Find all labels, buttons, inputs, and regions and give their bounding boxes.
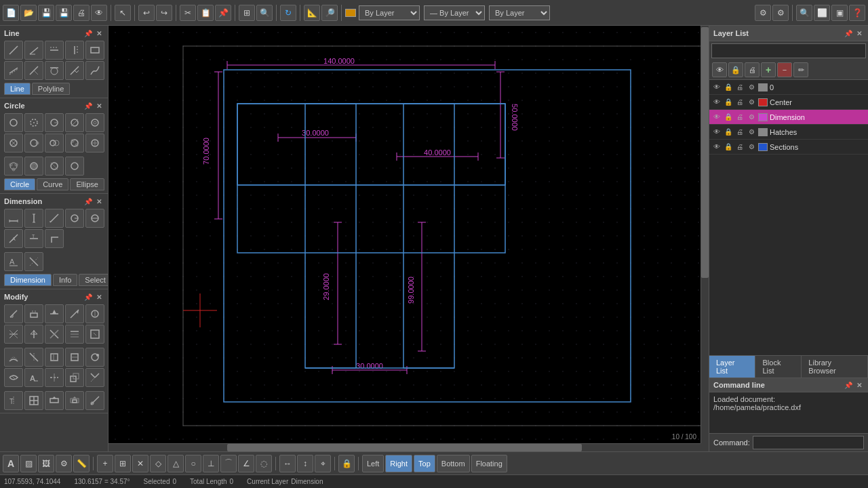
- dim-tool-8[interactable]: [45, 229, 64, 248]
- line-weight-dropdown[interactable]: By Layer: [489, 5, 550, 20]
- snap-center-button[interactable]: ○: [185, 455, 201, 472]
- layer-center-lock-icon[interactable]: 🔒: [724, 98, 733, 107]
- mod-tool-16[interactable]: [4, 368, 23, 387]
- snap-grid-button[interactable]: ⊞: [115, 455, 131, 472]
- dim-tool-4[interactable]: [65, 209, 84, 228]
- mod-tool-9[interactable]: [65, 325, 84, 344]
- snap-top-button[interactable]: Top: [414, 455, 435, 472]
- mod-tool-12[interactable]: [24, 348, 43, 367]
- layer-sect-settings-icon[interactable]: ⚙: [747, 142, 756, 152]
- undo-button[interactable]: ↩: [138, 5, 155, 21]
- line-tool-6[interactable]: [4, 61, 23, 80]
- line-tool-1[interactable]: [4, 41, 23, 60]
- mod-tool-8[interactable]: [45, 325, 64, 344]
- more-button[interactable]: ⚙: [772, 5, 789, 21]
- command-input-field[interactable]: [753, 436, 864, 449]
- mod-tool-3[interactable]: [45, 304, 64, 323]
- circle-tool-7[interactable]: [24, 134, 43, 152]
- tab-info[interactable]: Info: [53, 274, 77, 286]
- save-as-button[interactable]: 💾: [56, 5, 72, 21]
- tab-select[interactable]: Select: [79, 274, 108, 286]
- circle-tool-2[interactable]: [24, 113, 43, 132]
- line-section-pin[interactable]: 📌: [83, 28, 93, 38]
- layer-center-eye-icon[interactable]: 👁: [712, 98, 722, 107]
- mod-tool-1[interactable]: [4, 304, 23, 323]
- settings-button[interactable]: ⚙: [755, 5, 771, 21]
- tab-circle[interactable]: Circle: [4, 178, 35, 190]
- dim-tool-7[interactable]: T: [24, 229, 43, 248]
- line-tool-10[interactable]: [85, 61, 104, 80]
- line-tool-5[interactable]: [85, 41, 104, 60]
- mod-tool-15[interactable]: [85, 348, 104, 367]
- dim-tool-10[interactable]: [24, 252, 43, 271]
- layer-list-pin[interactable]: 📌: [844, 28, 853, 38]
- modify-section-pin[interactable]: 📌: [83, 292, 93, 302]
- snap-bottom-button[interactable]: Bottom: [437, 455, 470, 472]
- line-section-close[interactable]: ✕: [94, 28, 104, 38]
- circle-section-close[interactable]: ✕: [94, 101, 104, 110]
- mod-tool-2[interactable]: [24, 304, 43, 323]
- layer-hatch-settings-icon[interactable]: ⚙: [747, 127, 756, 137]
- tab-line[interactable]: Line: [4, 83, 31, 95]
- circle-tool-10[interactable]: [85, 134, 104, 152]
- dim-tool-3[interactable]: [45, 209, 64, 228]
- measure-button[interactable]: 📐: [304, 5, 320, 21]
- restrict-horizontal-button[interactable]: ↔: [279, 455, 296, 472]
- dimension-section-close[interactable]: ✕: [94, 197, 104, 206]
- layer-dim-eye-icon[interactable]: 👁: [712, 113, 722, 122]
- line-tool-9[interactable]: [65, 61, 84, 80]
- mod-tool-21[interactable]: T: [4, 391, 23, 410]
- layer-dim-lock-icon[interactable]: 🔒: [724, 113, 733, 122]
- layer-dim-settings-icon[interactable]: ⚙: [747, 113, 756, 122]
- open-file-button[interactable]: 📂: [20, 5, 37, 21]
- layer-0-settings-icon[interactable]: ⚙: [747, 83, 756, 92]
- horizontal-scrollbar[interactable]: [108, 443, 701, 451]
- lock-button[interactable]: 🔒: [338, 455, 355, 472]
- mod-tool-22[interactable]: [24, 391, 43, 410]
- new-file-button[interactable]: 📄: [3, 5, 19, 21]
- layer-add-button[interactable]: +: [761, 62, 776, 77]
- print-button[interactable]: 🖨: [73, 5, 90, 21]
- mod-tool-4[interactable]: [65, 304, 84, 323]
- layer-hatch-eye-icon[interactable]: 👁: [712, 127, 722, 137]
- mod-tool-6[interactable]: [4, 325, 23, 344]
- mod-tool-7[interactable]: [24, 325, 43, 344]
- command-pin-icon[interactable]: 📌: [844, 380, 853, 390]
- layer-print-button[interactable]: 🖨: [745, 62, 760, 77]
- layer-sect-eye-icon[interactable]: 👁: [712, 142, 722, 152]
- hatch-button[interactable]: ▨: [20, 455, 37, 472]
- layer-delete-button[interactable]: −: [777, 62, 792, 77]
- circle-tool-8[interactable]: [45, 134, 64, 152]
- paste-button[interactable]: 📌: [215, 5, 231, 21]
- layer-row-center[interactable]: 👁 🔒 🖨 ⚙ Center: [709, 95, 868, 110]
- circle-tool-1[interactable]: [4, 113, 23, 132]
- circle-tool-9[interactable]: [65, 134, 84, 152]
- text-tool-button[interactable]: A: [3, 455, 19, 472]
- snap-angle-button[interactable]: ∠: [238, 455, 254, 472]
- tab-layer-list[interactable]: Layer List: [709, 356, 755, 378]
- snap-end-button[interactable]: ◇: [150, 455, 166, 472]
- tab-block-list[interactable]: Block List: [755, 356, 802, 378]
- dimension-section-pin[interactable]: 📌: [83, 197, 93, 206]
- vertical-scrollbar[interactable]: [701, 26, 709, 443]
- line-tool-3[interactable]: [45, 41, 64, 60]
- mod-tool-13[interactable]: [45, 348, 64, 367]
- redo-button[interactable]: ↪: [156, 5, 172, 21]
- zoom-selection-button[interactable]: 🔎: [321, 5, 338, 21]
- mod-tool-11[interactable]: [4, 348, 23, 367]
- snap-floating-button[interactable]: Floating: [471, 455, 507, 472]
- layer-0-print-icon[interactable]: 🖨: [735, 83, 745, 92]
- circle-section-pin[interactable]: 📌: [83, 101, 93, 110]
- zoom-button[interactable]: 🔍: [256, 5, 273, 21]
- tab-ellipse[interactable]: Ellipse: [70, 178, 104, 190]
- dim-tool-6[interactable]: A: [4, 229, 23, 248]
- line-tool-7[interactable]: [24, 61, 43, 80]
- mod-tool-17[interactable]: A: [24, 368, 43, 387]
- layer-edit-button[interactable]: ✏: [793, 62, 808, 77]
- circle-tool-5[interactable]: [85, 113, 104, 132]
- snap-midpoint-button[interactable]: △: [167, 455, 184, 472]
- layer-dim-print-icon[interactable]: 🖨: [735, 113, 745, 122]
- layer-row-sections[interactable]: 👁 🔒 🖨 ⚙ Sections: [709, 140, 868, 155]
- canvas-area[interactable]: 140.0000 50.0000 70.0000 30.0000 40.0000: [108, 26, 709, 451]
- window-button[interactable]: ▣: [831, 5, 848, 21]
